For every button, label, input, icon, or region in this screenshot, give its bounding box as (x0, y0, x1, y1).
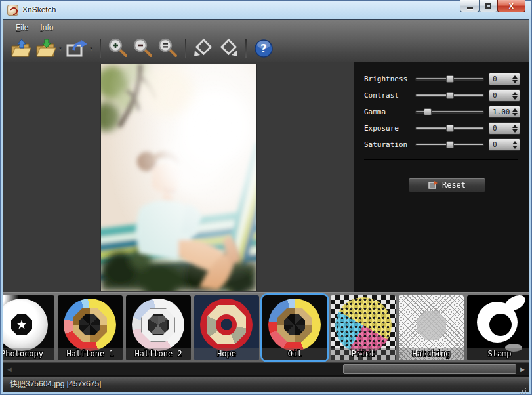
lens-core (148, 314, 169, 335)
window-controls: X (460, 0, 525, 12)
saturation-slider[interactable] (415, 140, 484, 149)
gamma-slider-handle[interactable] (424, 108, 432, 115)
image-canvas[interactable] (3, 62, 354, 292)
filter-thumb-print[interactable]: Print (331, 295, 396, 360)
filter-art: Halftone 2 (126, 295, 191, 360)
stamp-cutout (489, 314, 512, 336)
zoom-fit-button[interactable] (155, 37, 180, 60)
spin-up-icon (512, 75, 518, 79)
spinner-arrows[interactable] (511, 125, 520, 133)
brightness-slider[interactable] (415, 75, 484, 83)
minimize-button[interactable] (460, 0, 480, 12)
toolbar-separator (245, 39, 247, 58)
menu-file[interactable]: File (10, 21, 34, 34)
spinner-arrows[interactable] (511, 108, 520, 116)
spinner-arrows[interactable] (511, 92, 520, 100)
spin-down-icon (512, 96, 518, 100)
brightness-value: 0 (489, 75, 511, 83)
rotate-left-button[interactable] (191, 37, 216, 60)
help-icon: ? (253, 38, 274, 59)
exposure-slider-handle[interactable] (446, 125, 454, 132)
contrast-slider[interactable] (415, 91, 484, 100)
zoom-in-icon (107, 37, 129, 60)
filmstrip-scrollbar[interactable]: ◄ ► (3, 362, 529, 376)
gamma-slider[interactable] (415, 108, 484, 116)
spinner-arrows[interactable] (511, 75, 520, 83)
filter-label: Photocopy (3, 348, 54, 360)
filter-art: Photocopy (3, 295, 54, 360)
saturation-slider-handle[interactable] (446, 141, 454, 148)
spin-down-icon (512, 80, 518, 83)
spin-down-icon (512, 129, 518, 133)
scroll-left-arrow-icon[interactable]: ◄ (6, 365, 13, 373)
minimize-icon (467, 7, 473, 9)
spinner-arrows[interactable] (511, 141, 520, 149)
zoom-out-icon (132, 37, 154, 60)
rotate-right-icon (217, 37, 239, 60)
exposure-slider[interactable] (415, 124, 484, 133)
lens-graphic (335, 297, 392, 354)
filter-thumb-stamp[interactable]: Stamp (467, 295, 529, 360)
filter-thumb-hatching[interactable]: Hatching (399, 295, 464, 360)
scroll-right-arrow-icon[interactable]: ► (519, 365, 526, 373)
save-dropdown-caret[interactable]: ▼ (58, 47, 64, 51)
close-button[interactable]: X (497, 0, 525, 12)
title-bar[interactable]: XnSketch X (3, 1, 529, 19)
rotate-left-icon (192, 37, 215, 60)
adjustment-row-brightness: Brightness 0 (364, 71, 520, 87)
exposure-label: Exposure (364, 124, 414, 133)
export-dropdown-caret[interactable]: ▼ (89, 47, 95, 51)
exposure-spinbox[interactable]: 0 (489, 122, 520, 135)
brightness-slider-handle[interactable] (446, 75, 454, 83)
export-button[interactable] (64, 37, 89, 60)
rotate-right-button[interactable] (216, 37, 241, 60)
app-window: XnSketch X File Info (0, 0, 532, 395)
contrast-spinbox[interactable]: 0 (489, 89, 520, 102)
filter-label: Stamp (467, 348, 529, 360)
menu-info-rest: nfo (43, 23, 54, 32)
spin-up-icon (512, 92, 518, 95)
filter-label: Hope (194, 348, 259, 360)
resize-grip[interactable] (525, 388, 526, 389)
brightness-label: Brightness (364, 75, 414, 83)
filter-thumb-oil[interactable]: Oil (262, 295, 327, 360)
zoom-fit-icon (157, 37, 179, 60)
svg-text:?: ? (260, 42, 267, 55)
contrast-slider-handle[interactable] (446, 92, 454, 99)
saturation-spinbox[interactable]: 0 (489, 138, 520, 151)
filter-thumb-halftone2[interactable]: Halftone 2 (126, 295, 191, 360)
exposure-value: 0 (489, 124, 511, 133)
photo-preview (101, 64, 256, 291)
lens-core (79, 314, 100, 335)
filter-art: Stamp (467, 295, 529, 360)
adjustment-row-gamma: Gamma 1.00 (364, 104, 520, 120)
adjustment-row-saturation: Saturation 0 (364, 136, 520, 153)
adjustment-row-contrast: Contrast 0 (364, 87, 520, 104)
filter-art: Oil (262, 295, 327, 360)
app-body: File Info ▼ (3, 19, 529, 392)
toolbar: ▼ ▼ (3, 35, 529, 62)
open-button[interactable] (9, 37, 33, 60)
filter-thumb-hope[interactable]: Hope (194, 295, 259, 360)
folder-open-icon (9, 38, 33, 59)
filter-thumb-photocopy[interactable]: Photocopy (3, 295, 54, 360)
menu-bar: File Info (3, 20, 529, 35)
filter-label: Halftone 2 (126, 348, 191, 360)
adjustment-row-exposure: Exposure 0 (364, 120, 520, 136)
reset-button[interactable]: Reset (409, 178, 485, 192)
toolbar-separator (100, 39, 101, 58)
save-button[interactable] (33, 37, 58, 60)
zoom-out-button[interactable] (131, 37, 155, 60)
maximize-button[interactable] (479, 0, 498, 12)
gamma-label: Gamma (364, 108, 414, 116)
status-bar: 快照375604.jpg [457x675] (3, 376, 529, 392)
lens-core (284, 314, 305, 335)
help-button[interactable]: ? (251, 37, 276, 60)
filter-thumb-halftone1[interactable]: Halftone 1 (58, 295, 123, 360)
gamma-spinbox[interactable]: 1.00 (489, 106, 520, 118)
zoom-in-button[interactable] (106, 37, 131, 60)
brightness-spinbox[interactable]: 0 (489, 73, 520, 85)
menu-info[interactable]: Info (34, 21, 59, 34)
spin-up-icon (512, 108, 518, 112)
scrollbar-thumb[interactable] (343, 364, 516, 374)
